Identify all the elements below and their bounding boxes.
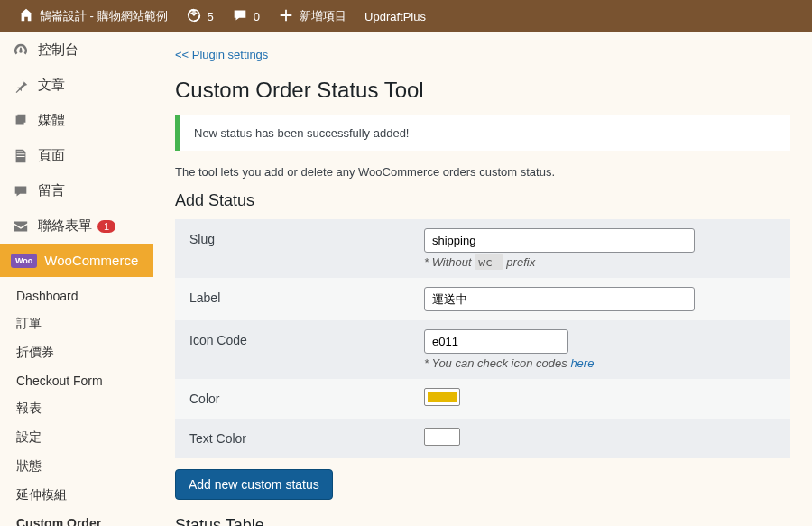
add-status-heading: Add Status: [175, 191, 790, 210]
media-icon: [11, 113, 31, 129]
text-color-label: Text Color: [175, 419, 410, 458]
page-icon: [11, 148, 31, 164]
main-content: << Plugin settings Custom Order Status T…: [153, 32, 812, 526]
menu-label: 頁面: [38, 147, 65, 164]
label-input[interactable]: [424, 287, 695, 311]
dashboard-icon: [11, 42, 31, 59]
comment-icon: [232, 7, 248, 26]
admin-bar: 鵠崙設計 - 購物網站範例 5 0 新增項目 UpdraftPlus: [0, 0, 812, 32]
submenu-settings[interactable]: 設定: [0, 423, 153, 452]
updraft-label: UpdraftPlus: [364, 10, 426, 23]
menu-woocommerce[interactable]: Woo WooCommerce: [0, 244, 153, 277]
submenu-custom-status[interactable]: Custom Order Status: [0, 510, 153, 526]
menu-comments[interactable]: 留言: [0, 173, 153, 208]
comments[interactable]: 0: [223, 7, 269, 26]
updates[interactable]: 5: [177, 7, 223, 26]
status-form: Slug * Without wc- prefix Label Icon Cod…: [175, 219, 790, 458]
submenu-status[interactable]: 狀態: [0, 452, 153, 481]
text-color-picker[interactable]: [424, 428, 460, 446]
submenu-orders[interactable]: 訂單: [0, 309, 153, 338]
add-status-button[interactable]: Add new custom status: [175, 469, 333, 500]
woo-submenu: Dashboard 訂單 折價券 Checkout Form 報表 設定 狀態 …: [0, 277, 153, 526]
label-label: Label: [175, 278, 410, 320]
menu-label: 文章: [38, 77, 65, 94]
pin-icon: [11, 78, 31, 94]
submenu-dashboard[interactable]: Dashboard: [0, 282, 153, 309]
menu-dashboard[interactable]: 控制台: [0, 32, 153, 68]
site-name: 鵠崙設計 - 購物網站範例: [40, 8, 168, 24]
submenu-reports[interactable]: 報表: [0, 394, 153, 423]
new-item[interactable]: 新增項目: [269, 7, 355, 26]
color-picker[interactable]: [424, 388, 460, 406]
menu-label: WooCommerce: [44, 253, 138, 268]
menu-media[interactable]: 媒體: [0, 103, 153, 138]
menu-contact[interactable]: 聯絡表單 1: [0, 208, 153, 244]
home-icon: [18, 7, 34, 26]
icon-input[interactable]: [424, 329, 568, 354]
intro-text: The tool lets you add or delete any WooC…: [175, 165, 790, 179]
slug-input[interactable]: [424, 228, 695, 253]
success-notice: New status has been successfully added!: [175, 115, 790, 151]
status-table-heading: Status Table: [175, 516, 790, 526]
mail-icon: [11, 218, 31, 235]
menu-pages[interactable]: 頁面: [0, 138, 153, 173]
slug-hint: * Without wc- prefix: [424, 255, 776, 269]
comments-count: 0: [254, 10, 260, 23]
menu-label: 聯絡表單: [38, 217, 92, 235]
update-icon: [186, 7, 202, 26]
menu-label: 媒體: [38, 112, 65, 129]
menu-posts[interactable]: 文章: [0, 68, 153, 103]
updates-count: 5: [208, 10, 214, 23]
new-item-label: 新增項目: [300, 8, 346, 24]
menu-label: 控制台: [38, 42, 78, 59]
icon-hint: * You can check icon codes here: [424, 356, 776, 370]
submenu-coupons[interactable]: 折價券: [0, 338, 153, 367]
page-title: Custom Order Status Tool: [175, 78, 790, 103]
notification-badge: 1: [97, 220, 115, 233]
submenu-extensions[interactable]: 延伸模組: [0, 481, 153, 510]
admin-sidebar: 控制台 文章 媒體 頁面 留言 聯絡表單 1 Woo WooCommerce D…: [0, 32, 153, 526]
color-swatch: [428, 392, 457, 402]
site-link[interactable]: 鵠崙設計 - 購物網站範例: [9, 7, 177, 26]
submenu-checkout[interactable]: Checkout Form: [0, 367, 153, 394]
text-color-swatch: [428, 431, 457, 442]
back-link[interactable]: << Plugin settings: [175, 48, 268, 61]
color-label: Color: [175, 379, 410, 419]
comment-icon: [11, 183, 31, 199]
woo-icon: Woo: [11, 254, 37, 268]
updraft-link[interactable]: UpdraftPlus: [355, 10, 435, 23]
plus-icon: [278, 7, 294, 26]
menu-label: 留言: [38, 182, 65, 199]
slug-label: Slug: [175, 219, 410, 278]
icon-codes-link[interactable]: here: [570, 356, 594, 370]
icon-label: Icon Code: [175, 320, 410, 379]
